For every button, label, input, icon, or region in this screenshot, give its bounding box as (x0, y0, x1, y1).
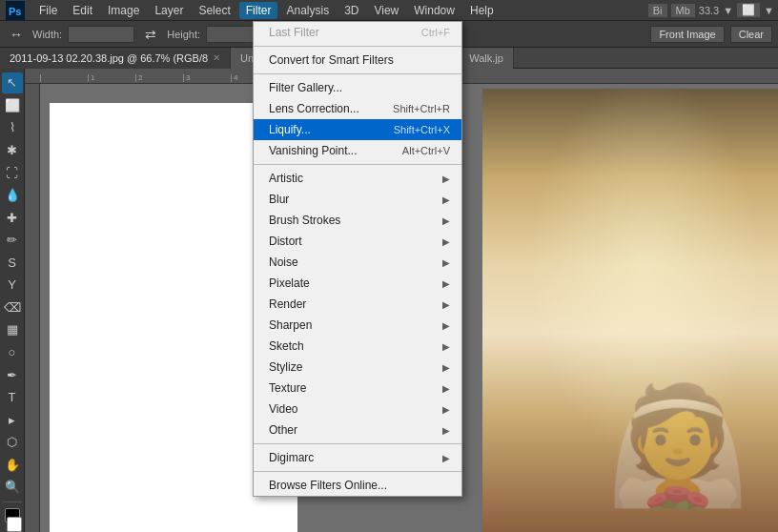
svg-rect-9 (671, 232, 675, 244)
swap-icon[interactable]: ⇄ (140, 24, 161, 45)
zoom-display: 33.3 (699, 5, 719, 16)
front-image-button[interactable]: Front Image (650, 26, 724, 43)
tool-shape[interactable]: ⬡ (2, 432, 23, 453)
svg-rect-4 (673, 96, 749, 211)
menu-bar: Ps File Edit Image Layer Select Filter A… (0, 0, 778, 21)
photo-area (482, 89, 778, 532)
tab-walk-label: Walk.jp (469, 52, 503, 64)
tool-history[interactable]: Y (2, 275, 23, 296)
height-input[interactable] (206, 26, 273, 43)
tool-pen[interactable]: ✒ (2, 364, 23, 385)
svg-point-12 (665, 345, 691, 372)
tool-type[interactable]: T (2, 387, 23, 408)
ruler-tick: 5 (278, 74, 326, 82)
menu-edit[interactable]: Edit (66, 2, 99, 19)
tool-hand[interactable]: ✋ (2, 455, 23, 476)
background-color[interactable] (7, 517, 22, 532)
ruler-left (25, 84, 40, 532)
menu-analysis[interactable]: Analysis (279, 2, 336, 19)
tool-move[interactable]: ↖ (2, 72, 23, 93)
menu-view[interactable]: View (367, 2, 405, 19)
tab-unicorn-image[interactable]: UnicornME_image.jpg @ 66.7% (RGB/8#) ✕ (231, 48, 460, 69)
canvas-content (40, 84, 778, 532)
ps-logo: Ps (4, 1, 27, 20)
canvas-document (50, 103, 297, 532)
tool-zoom[interactable]: 🔍 (2, 477, 23, 498)
svg-rect-10 (682, 235, 686, 244)
tab-active-image[interactable]: 2011-09-13 02.20.38.jpg @ 66.7% (RGB/8 ✕ (0, 48, 231, 69)
tool-eraser[interactable]: ⌫ (2, 297, 23, 318)
svg-point-5 (649, 241, 697, 295)
tool-eyedropper[interactable]: 💧 (2, 185, 23, 206)
wedding-photo (482, 89, 778, 532)
tab-walk[interactable]: Walk.jp (460, 48, 514, 69)
tool-marquee[interactable]: ⬜ (2, 95, 23, 116)
height-label: Height: (167, 29, 200, 40)
menu-image[interactable]: Image (101, 2, 146, 19)
ruler-tick: 3 (183, 74, 231, 82)
bridge-icon[interactable]: Bi (648, 4, 667, 17)
menu-window[interactable]: Window (407, 2, 461, 19)
ruler-tick: 2 (135, 74, 183, 82)
tab-unicorn-close[interactable]: ✕ (441, 52, 449, 63)
screen-mode-dropdown[interactable]: ▼ (764, 5, 774, 16)
svg-text:Ps: Ps (9, 6, 21, 17)
menu-file[interactable]: File (32, 2, 64, 19)
tab-active-label: 2011-09-13 02.20.38.jpg @ 66.7% (RGB/8 (10, 52, 208, 64)
tool-clone[interactable]: S (2, 253, 23, 274)
menu-help[interactable]: Help (463, 2, 501, 19)
ruler-tick: 4 (231, 74, 278, 82)
tool-healing[interactable]: ✚ (2, 207, 23, 228)
tool-path-selection[interactable]: ▸ (2, 409, 23, 430)
main-layout: ↖ ⬜ ⌇ ✱ ⛶ 💧 ✚ ✏ S Y ⌫ ▦ ○ ✒ T ▸ ⬡ ✋ 🔍 1 … (0, 69, 778, 532)
menu-select[interactable]: Select (192, 2, 236, 19)
tool-lasso[interactable]: ⌇ (2, 117, 23, 138)
mini-bridge-icon[interactable]: Mb (671, 4, 695, 17)
ruler-tick: 1 (88, 74, 135, 82)
svg-rect-2 (482, 89, 778, 532)
ruler-tick: 7 (374, 74, 421, 82)
width-input[interactable] (68, 26, 134, 43)
clear-button[interactable]: Clear (730, 26, 772, 43)
left-toolbar: ↖ ⬜ ⌇ ✱ ⛶ 💧 ✚ ✏ S Y ⌫ ▦ ○ ✒ T ▸ ⬡ ✋ 🔍 (0, 69, 25, 532)
menu-layer[interactable]: Layer (148, 2, 190, 19)
ruler-tick (40, 74, 88, 82)
width-label: Width: (32, 29, 62, 40)
svg-rect-3 (654, 89, 778, 363)
canvas-area: 1 2 3 4 5 6 7 8 (25, 69, 778, 532)
menu-filter[interactable]: Filter (239, 2, 278, 19)
tab-bar: 2011-09-13 02.20.38.jpg @ 66.7% (RGB/8 ✕… (0, 48, 778, 69)
ruler-top: 1 2 3 4 5 6 7 8 (25, 69, 778, 84)
options-toolbar: ↔ Width: ⇄ Height: Front Image Clear (0, 21, 778, 48)
menu-3d[interactable]: 3D (338, 2, 365, 19)
svg-point-11 (651, 346, 686, 380)
svg-point-6 (645, 239, 702, 268)
tab-active-close[interactable]: ✕ (213, 52, 220, 63)
screen-mode-icon[interactable]: ⬜ (737, 3, 760, 17)
zoom-dropdown[interactable]: ▼ (723, 5, 733, 16)
tool-magic-wand[interactable]: ✱ (2, 140, 23, 161)
svg-rect-7 (654, 241, 692, 246)
ruler-tick: 8 (421, 74, 469, 82)
ruler-tick: 6 (326, 74, 374, 82)
tab-unicorn-label: UnicornME_image.jpg @ 66.7% (RGB/8#) (240, 52, 437, 64)
tool-dodge[interactable]: ○ (2, 342, 23, 363)
svg-rect-8 (661, 235, 665, 244)
tool-brush[interactable]: ✏ (2, 230, 23, 251)
tool-gradient[interactable]: ▦ (2, 319, 23, 340)
tool-options-icon: ↔ (6, 24, 27, 45)
tool-crop[interactable]: ⛶ (2, 162, 23, 183)
